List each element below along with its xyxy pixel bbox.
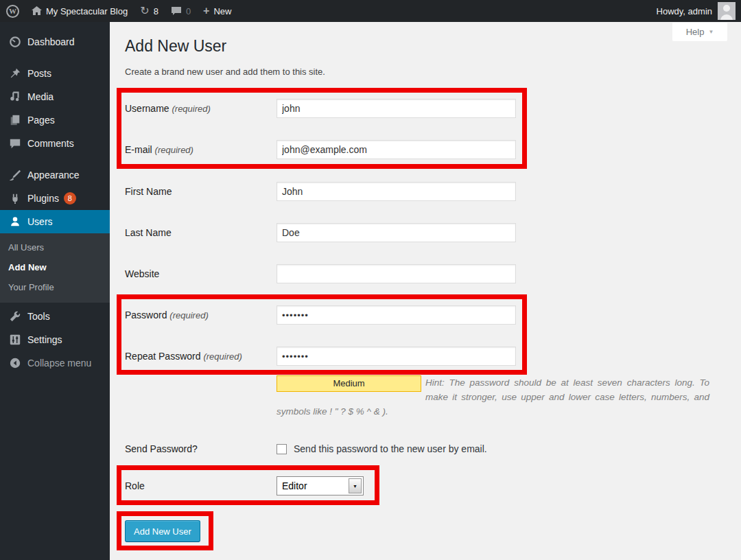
site-name-link[interactable]: My Spectacular Blog	[25, 0, 134, 22]
chevron-down-icon: ▼	[708, 29, 714, 35]
sidebar-item-label: Pages	[27, 115, 55, 126]
sidebar-item-label: Comments	[27, 138, 74, 149]
annotation-box-role: Role Editor ▼	[117, 465, 379, 505]
sidebar-item-label: Appearance	[27, 170, 80, 180]
comments-count: 0	[186, 6, 191, 16]
comment-icon	[8, 137, 22, 150]
plus-icon: +	[203, 5, 209, 16]
username-label: Username (required)	[125, 103, 277, 114]
admin-sidebar-menu: Dashboard Posts Media Pages Comments App…	[0, 22, 110, 560]
sidebar-item-label: Posts	[27, 68, 51, 79]
website-row: Website	[125, 264, 709, 283]
comments-link[interactable]: 0	[165, 0, 197, 22]
avatar[interactable]	[718, 2, 736, 20]
annotation-box-submit: Add New User	[117, 511, 213, 550]
sidebar-item-label: Media	[27, 91, 54, 102]
sidebar-item-settings[interactable]: Settings	[0, 328, 110, 351]
wordpress-menu-button[interactable]: W	[0, 0, 25, 22]
plug-icon	[8, 191, 22, 205]
send-password-checkbox[interactable]	[277, 444, 287, 454]
page-description: Create a brand new user and add them to …	[125, 67, 709, 78]
annotation-box-passwords: Password (required) Repeat Password (req…	[117, 294, 527, 375]
comments-bubble-icon	[171, 6, 182, 16]
collapse-menu-button[interactable]: Collapse menu	[0, 351, 110, 375]
paintbrush-icon	[8, 168, 22, 182]
sidebar-item-appearance[interactable]: Appearance	[0, 163, 110, 187]
new-label: New	[213, 6, 231, 16]
sidebar-item-label: Settings	[27, 334, 62, 345]
dashboard-icon	[8, 35, 22, 49]
email-input[interactable]	[277, 140, 516, 159]
required-note: (required)	[169, 310, 208, 320]
last-name-row: Last Name	[125, 223, 709, 242]
select-dropdown-arrow-icon[interactable]: ▼	[349, 478, 362, 493]
sidebar-item-label: Tools	[27, 311, 50, 322]
pushpin-icon	[8, 67, 22, 80]
main-content: Help ▼ Add New User Create a brand new u…	[110, 22, 741, 560]
home-icon	[32, 6, 42, 16]
required-note: (required)	[172, 104, 210, 114]
sidebar-item-label: Collapse menu	[27, 358, 91, 369]
sidebar-item-label: Dashboard	[27, 36, 75, 47]
sidebar-item-plugins[interactable]: Plugins 8	[0, 187, 110, 210]
add-new-user-button[interactable]: Add New User	[125, 520, 200, 542]
submenu-item-add-new[interactable]: Add New	[0, 257, 110, 277]
my-account-link[interactable]: Howdy, admin	[650, 0, 712, 22]
sidebar-item-users[interactable]: Users	[0, 210, 110, 233]
last-name-input[interactable]	[277, 223, 516, 242]
collapse-icon	[8, 356, 22, 370]
updates-count: 8	[154, 6, 158, 16]
pages-icon	[8, 113, 22, 127]
sidebar-item-label: Users	[27, 216, 53, 227]
last-name-label: Last Name	[125, 227, 277, 238]
sidebar-item-posts[interactable]: Posts	[0, 62, 110, 85]
first-name-row: First Name	[125, 182, 709, 201]
user-icon	[8, 215, 22, 229]
media-icon	[8, 90, 22, 104]
new-content-button[interactable]: + New	[197, 0, 237, 22]
repeat-password-row: Repeat Password (required)	[125, 347, 519, 366]
username-row: Username (required)	[125, 99, 519, 118]
first-name-label: First Name	[125, 186, 277, 197]
password-input[interactable]	[277, 305, 516, 325]
updates-link[interactable]: ↻ 8	[134, 0, 165, 22]
wrench-icon	[8, 310, 22, 323]
sliders-icon	[8, 333, 22, 347]
website-label: Website	[125, 268, 277, 279]
page-title: Add New User	[125, 22, 709, 56]
role-select[interactable]: Editor ▼	[277, 476, 364, 495]
username-input[interactable]	[277, 99, 516, 118]
admin-bar: W My Spectacular Blog ↻ 8 0 + New Howdy,…	[0, 0, 741, 22]
updates-icon: ↻	[140, 5, 149, 16]
email-row: E-mail (required)	[125, 140, 519, 159]
site-name-label: My Spectacular Blog	[46, 6, 128, 16]
submenu-item-all-users[interactable]: All Users	[0, 237, 110, 257]
annotation-box-credentials: Username (required) E-mail (required)	[117, 88, 527, 169]
wordpress-logo-icon: W	[6, 5, 19, 18]
sidebar-item-comments[interactable]: Comments	[0, 132, 110, 155]
help-button[interactable]: Help ▼	[672, 23, 727, 41]
password-strength-area: Medium Hint: The password should be at l…	[277, 375, 709, 419]
send-password-checkbox-label: Send this password to the new user by em…	[294, 443, 487, 454]
send-password-row: Send Password? Send this password to the…	[125, 443, 709, 454]
sidebar-item-tools[interactable]: Tools	[0, 305, 110, 328]
repeat-password-label: Repeat Password (required)	[125, 351, 277, 362]
website-input[interactable]	[277, 264, 516, 283]
password-label: Password (required)	[125, 310, 277, 320]
submenu-item-your-profile[interactable]: Your Profile	[0, 277, 110, 297]
password-strength-meter: Medium	[277, 375, 421, 392]
first-name-input[interactable]	[277, 182, 516, 201]
sidebar-item-media[interactable]: Media	[0, 85, 110, 108]
repeat-password-input[interactable]	[277, 347, 516, 366]
sidebar-item-pages[interactable]: Pages	[0, 108, 110, 132]
plugins-update-badge: 8	[64, 192, 76, 205]
email-label: E-mail (required)	[125, 144, 277, 155]
role-row: Role Editor ▼	[125, 476, 371, 495]
role-label: Role	[125, 480, 277, 491]
password-row: Password (required)	[125, 305, 519, 325]
role-select-value: Editor	[277, 480, 349, 491]
required-note: (required)	[203, 351, 242, 362]
users-submenu: All Users Add New Your Profile	[0, 233, 110, 303]
send-password-label: Send Password?	[125, 443, 277, 454]
sidebar-item-dashboard[interactable]: Dashboard	[0, 30, 110, 54]
